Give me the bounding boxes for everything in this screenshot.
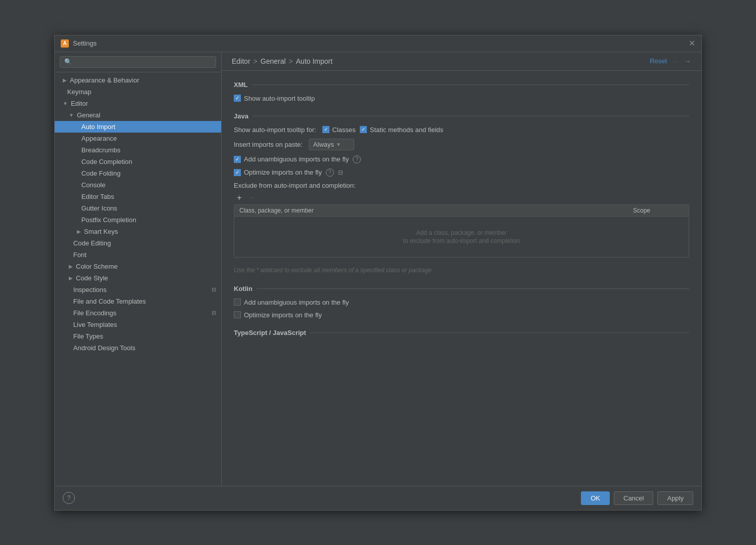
optimize-imports-checkbox[interactable]: Optimize imports on the fly: [234, 169, 322, 176]
sidebar-item-label: Keymap: [67, 88, 92, 96]
breadcrumb-general: General: [261, 57, 286, 65]
sidebar-item-inspections[interactable]: Inspections ⊟: [55, 284, 221, 296]
optimize-imports-label: Optimize imports on the fly: [244, 169, 322, 176]
arrow-keymap: [63, 89, 64, 95]
sidebar-item-label: Code Completion: [81, 158, 132, 165]
java-section: Java Show auto-import tooltip for: Class…: [234, 112, 689, 275]
sidebar-item-console[interactable]: Console: [55, 179, 221, 191]
exclude-label: Exclude from auto-import and completion:: [234, 182, 689, 189]
add-unambiguous-label: Add unambiguous imports on the fly: [244, 155, 349, 163]
add-unambiguous-row: Add unambiguous imports on the fly ?: [234, 155, 689, 163]
table-empty-line1: Add a class, package, or member: [416, 229, 507, 236]
sidebar-item-label: Breadcrumbs: [81, 146, 120, 154]
sidebar-item-file-code-templates[interactable]: File and Code Templates: [55, 296, 221, 307]
insert-imports-label: Insert imports on paste:: [234, 141, 303, 148]
xml-tooltip-row: Show auto-import tooltip: [234, 95, 689, 102]
optimize-imports-settings-icon[interactable]: ⊟: [338, 169, 343, 176]
help-button[interactable]: ?: [63, 492, 75, 504]
sidebar-item-android-design-tools[interactable]: Android Design Tools: [55, 342, 221, 354]
inspections-icon: ⊟: [212, 286, 216, 293]
sidebar-item-live-templates[interactable]: Live Templates: [55, 319, 221, 330]
sidebar-item-label: Live Templates: [73, 321, 117, 328]
kotlin-add-unambiguous-cb: [234, 299, 241, 306]
sidebar-item-label: Auto Import: [81, 123, 115, 131]
sidebar-item-label: Code Style: [76, 274, 108, 282]
apply-button[interactable]: Apply: [657, 491, 693, 505]
sidebar-item-appearance-behavior[interactable]: ▶ Appearance & Behavior: [55, 74, 221, 86]
dialog-body: 🔍 ▶ Appearance & Behavior Keymap ▼ Edito…: [55, 52, 701, 486]
content-area: XML Show auto-import tooltip Java: [222, 71, 701, 486]
forward-button[interactable]: →: [684, 57, 691, 65]
kotlin-optimize-imports-checkbox[interactable]: Optimize imports on the fly: [234, 311, 322, 319]
tooltip-for-label: Show auto-import tooltip for:: [234, 126, 316, 134]
add-unambiguous-help-icon[interactable]: ?: [353, 155, 361, 163]
sidebar-item-appearance[interactable]: Appearance: [55, 133, 221, 144]
classes-cb: [322, 126, 329, 133]
sidebar-item-keymap[interactable]: Keymap: [55, 86, 221, 98]
static-methods-checkbox[interactable]: Static methods and fields: [360, 126, 443, 134]
sidebar-item-label: Appearance: [81, 135, 117, 142]
title-bar: A Settings ✕: [55, 35, 701, 52]
arrow-file-code-templates: [69, 299, 70, 304]
kotlin-optimize-imports-row: Optimize imports on the fly: [234, 311, 689, 319]
table-empty-state: Add a class, package, or member to exclu…: [234, 217, 689, 257]
sidebar-item-editor-tabs[interactable]: Editor Tabs: [55, 191, 221, 202]
file-encodings-icon: ⊟: [212, 310, 216, 316]
java-tooltip-for-row: Show auto-import tooltip for: Classes St…: [234, 126, 689, 134]
typescript-title: TypeScript / JavaScript: [234, 329, 306, 337]
breadcrumb-nav: Reset ← →: [650, 57, 691, 65]
cancel-button[interactable]: Cancel: [614, 491, 653, 505]
add-unambiguous-cb: [234, 156, 241, 163]
sidebar-item-font[interactable]: Font: [55, 249, 221, 261]
kotlin-add-unambiguous-checkbox[interactable]: Add unambiguous imports on the fly: [234, 299, 349, 306]
sidebar-item-code-completion[interactable]: Code Completion: [55, 156, 221, 167]
arrow-code-folding: [77, 171, 78, 176]
sidebar-item-breadcrumbs[interactable]: Breadcrumbs: [55, 144, 221, 156]
sidebar-item-code-editing[interactable]: Code Editing: [55, 237, 221, 249]
sidebar-item-editor[interactable]: ▼ Editor: [55, 98, 221, 109]
title-bar-left: A Settings: [61, 39, 97, 48]
typescript-section: TypeScript / JavaScript: [234, 329, 689, 337]
sidebar-item-postfix-completion[interactable]: Postfix Completion: [55, 214, 221, 226]
add-exclude-button[interactable]: +: [234, 192, 245, 203]
dialog-title: Settings: [73, 39, 97, 47]
search-wrap[interactable]: 🔍: [60, 56, 216, 68]
sidebar-item-smart-keys[interactable]: ▶ Smart Keys: [55, 226, 221, 237]
sidebar-item-label: File Encodings: [73, 309, 116, 317]
sidebar-item-auto-import[interactable]: Auto Import: [55, 121, 221, 133]
arrow-code-completion: [77, 159, 78, 164]
sidebar-item-file-encodings[interactable]: File Encodings ⊟: [55, 307, 221, 319]
search-input[interactable]: [75, 58, 212, 66]
sidebar-item-general[interactable]: ▼ General: [55, 109, 221, 121]
sidebar-item-label: Console: [81, 181, 106, 189]
dialog-footer: ? OK Cancel Apply: [55, 486, 701, 510]
sidebar-item-file-types[interactable]: File Types: [55, 330, 221, 342]
breadcrumb-auto-import: Auto Import: [296, 57, 332, 65]
xml-show-tooltip-checkbox[interactable]: Show auto-import tooltip: [234, 95, 315, 102]
table-col-class-header: Class, package, or member: [239, 207, 633, 214]
add-unambiguous-checkbox[interactable]: Add unambiguous imports on the fly: [234, 155, 349, 163]
sidebar-item-code-style[interactable]: ▶ Code Style: [55, 272, 221, 284]
classes-checkbox[interactable]: Classes: [322, 126, 356, 134]
kotlin-add-unambiguous-row: Add unambiguous imports on the fly: [234, 299, 689, 306]
xml-show-tooltip-label: Show auto-import tooltip: [244, 95, 315, 102]
sidebar-item-label: Color Scheme: [76, 263, 117, 270]
back-button[interactable]: ←: [672, 57, 679, 65]
static-methods-cb: [360, 126, 367, 133]
hint-text: Use the * wildcard to exclude all member…: [234, 266, 689, 275]
optimize-imports-help-icon[interactable]: ?: [326, 169, 334, 177]
search-bar: 🔍: [55, 52, 221, 72]
close-button[interactable]: ✕: [689, 39, 695, 48]
arrow-font: [69, 252, 70, 258]
sidebar-item-color-scheme[interactable]: ▶ Color Scheme: [55, 261, 221, 272]
ok-button[interactable]: OK: [581, 491, 610, 505]
insert-imports-row: Insert imports on paste: Always ▼: [234, 139, 689, 150]
remove-exclude-button[interactable]: −: [246, 192, 257, 203]
reset-button[interactable]: Reset: [650, 57, 667, 65]
sidebar-item-code-folding[interactable]: Code Folding: [55, 167, 221, 179]
sidebar-item-label: Android Design Tools: [73, 344, 136, 352]
insert-imports-select[interactable]: Always ▼: [309, 139, 354, 150]
sidebar-item-gutter-icons[interactable]: Gutter Icons: [55, 202, 221, 214]
sidebar-item-label: General: [77, 111, 100, 119]
arrow-auto-import: [77, 124, 78, 130]
